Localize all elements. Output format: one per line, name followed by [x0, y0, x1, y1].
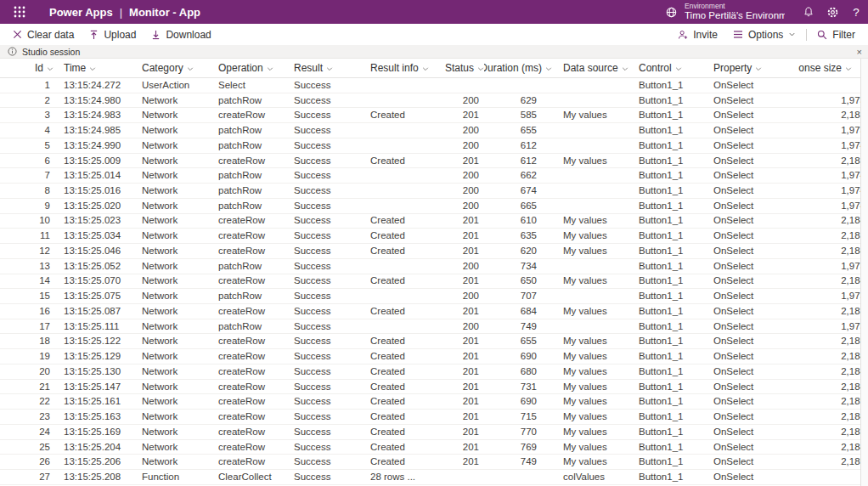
column-header-status[interactable]: Status — [444, 62, 484, 74]
filter-button[interactable]: Filter — [809, 24, 863, 45]
column-header-size[interactable]: Response size — [798, 62, 861, 74]
cell-status: 201 — [444, 394, 484, 409]
column-header-category[interactable]: Category — [142, 62, 218, 74]
cell-size: 2,184 — [798, 244, 861, 258]
cell-result: Success — [294, 455, 370, 469]
table-row[interactable]: 213:15:24.980NetworkpatchRowSuccess20062… — [0, 93, 861, 109]
cell-status: 200 — [444, 259, 484, 274]
column-label: Status — [445, 62, 474, 74]
cell-operation: createRow — [218, 364, 294, 379]
table-row[interactable]: 2013:15:25.130NetworkcreateRowSuccessCre… — [0, 364, 861, 380]
table-row[interactable]: 2613:15:25.206NetworkcreateRowSuccessCre… — [0, 455, 861, 470]
table-row[interactable]: 513:15:24.990NetworkpatchRowSuccess20061… — [0, 138, 861, 154]
cell-property: OnSelect — [713, 334, 798, 348]
cell-category: Network — [142, 455, 218, 469]
cell-property: OnSelect — [713, 259, 798, 274]
sort-chevron-icon — [89, 65, 96, 72]
table-row[interactable]: 1413:15:25.070NetworkcreateRowSuccessCre… — [0, 274, 861, 290]
cell-status: 201 — [444, 213, 484, 228]
table-row[interactable]: 113:15:24.272UserActionSelectSuccessButt… — [0, 78, 861, 93]
app-title: Power Apps | Monitor - App — [49, 6, 200, 19]
column-header-id[interactable]: Id — [0, 62, 54, 74]
environment-picker[interactable]: Environment Timo Pertilä's Environm... — [653, 0, 797, 24]
column-header-duration[interactable]: Duration (ms) — [484, 62, 552, 74]
command-bar: Clear data Upload Download Invite Option… — [0, 24, 868, 45]
column-header-control[interactable]: Control — [639, 62, 713, 74]
cell-id: 11 — [0, 229, 54, 243]
cell-category: Network — [142, 168, 218, 183]
cell-property: OnSelect — [713, 184, 798, 198]
cell-resultinfo: Created — [370, 394, 444, 409]
table-row[interactable]: 1013:15:25.023NetworkcreateRowSuccessCre… — [0, 214, 861, 229]
column-header-time[interactable]: Time — [54, 62, 142, 74]
table-row[interactable]: 1513:15:25.075NetworkpatchRowSuccess2007… — [0, 289, 861, 304]
table-row[interactable]: 813:15:25.016NetworkpatchRowSuccess20067… — [0, 184, 861, 199]
table-row[interactable]: 1613:15:25.087NetworkcreateRowSuccessCre… — [0, 304, 861, 319]
table-row[interactable]: 1813:15:25.122NetworkcreateRowSuccessCre… — [0, 334, 861, 349]
invite-button[interactable]: Invite — [670, 24, 725, 45]
table-row[interactable]: 1713:15:25.111NetworkpatchRowSuccess2007… — [0, 319, 861, 335]
table-row[interactable]: 2113:15:25.147NetworkcreateRowSuccessCre… — [0, 380, 861, 395]
column-label: Id — [35, 62, 43, 74]
cell-result: Success — [294, 108, 370, 122]
cell-time: 13:15:25.122 — [54, 334, 142, 348]
column-header-property[interactable]: Property — [713, 62, 798, 74]
cell-property: OnSelect — [713, 154, 798, 168]
download-button[interactable]: Download — [144, 24, 218, 45]
cell-id: 26 — [0, 455, 54, 469]
table-row[interactable]: 1913:15:25.129NetworkcreateRowSuccessCre… — [0, 349, 861, 364]
cell-time: 13:15:25.111 — [54, 319, 142, 334]
table-row[interactable]: 1113:15:25.034NetworkcreateRowSuccessCre… — [0, 229, 861, 244]
cell-resultinfo: Created — [370, 410, 444, 424]
close-info-bar-button[interactable]: × — [854, 45, 865, 58]
options-button[interactable]: Options — [725, 24, 803, 45]
help-button[interactable]: ? — [844, 0, 868, 24]
table-row[interactable]: 2713:15:25.208FunctionClearCollectSucces… — [0, 470, 861, 485]
cell-status: 200 — [444, 123, 484, 138]
cell-property: OnSelect — [713, 229, 798, 243]
column-header-resultinfo[interactable]: Result info — [370, 62, 444, 74]
table-row[interactable]: 1213:15:25.046NetworkcreateRowSuccessCre… — [0, 244, 861, 259]
search-icon — [817, 30, 827, 40]
cell-control: Button1_1 — [639, 349, 713, 364]
table-row[interactable]: 413:15:24.985NetworkpatchRowSuccess20065… — [0, 123, 861, 138]
app-launcher-button[interactable] — [0, 0, 39, 24]
table-row[interactable]: 613:15:25.009NetworkcreateRowSuccessCrea… — [0, 154, 861, 169]
column-header-operation[interactable]: Operation — [218, 62, 294, 74]
cell-duration: 635 — [484, 229, 552, 243]
cell-status: 201 — [444, 334, 484, 348]
settings-button[interactable] — [820, 0, 844, 24]
cell-id: 25 — [0, 440, 54, 455]
clear-data-button[interactable]: Clear data — [5, 24, 82, 45]
table-row[interactable]: 713:15:25.014NetworkpatchRowSuccess20066… — [0, 168, 861, 184]
column-header-result[interactable]: Result — [294, 62, 370, 74]
table-row[interactable]: 2313:15:25.163NetworkcreateRowSuccessCre… — [0, 410, 861, 425]
upload-button[interactable]: Upload — [82, 24, 144, 45]
cell-category: Network — [142, 274, 218, 288]
cell-category: Network — [142, 440, 218, 455]
table-row[interactable]: 913:15:25.020NetworkpatchRowSuccess20066… — [0, 199, 861, 214]
cell-size: 2,184 — [798, 410, 861, 424]
cell-time: 13:15:25.023 — [54, 213, 142, 228]
table-row[interactable]: 313:15:24.983NetworkcreateRowSuccessCrea… — [0, 108, 861, 123]
cell-control: Button1_1 — [639, 213, 713, 228]
column-header-datasource[interactable]: Data source — [552, 62, 639, 74]
cell-result: Success — [294, 334, 370, 348]
table-row[interactable]: 2413:15:25.169NetworkcreateRowSuccessCre… — [0, 425, 861, 440]
cell-result: Success — [294, 184, 370, 198]
table-row[interactable]: 1313:15:25.052NetworkpatchRowSuccess2007… — [0, 259, 861, 274]
cell-result: Success — [294, 199, 370, 213]
chevron-down-icon — [788, 31, 796, 38]
notifications-button[interactable] — [797, 0, 820, 24]
cell-size: 1,973 — [798, 93, 861, 108]
cell-operation: patchRow — [218, 319, 294, 334]
table-row[interactable]: 2213:15:25.161NetworkcreateRowSuccessCre… — [0, 394, 861, 410]
vertical-scrollbar[interactable] — [860, 59, 868, 486]
cell-size: 1,974 — [798, 168, 861, 183]
column-label: Operation — [218, 62, 263, 74]
cell-operation: patchRow — [218, 168, 294, 183]
toolbar-divider — [806, 29, 807, 41]
sort-chevron-icon — [755, 65, 762, 72]
cell-operation: patchRow — [218, 123, 294, 138]
table-row[interactable]: 2513:15:25.204NetworkcreateRowSuccessCre… — [0, 440, 861, 455]
